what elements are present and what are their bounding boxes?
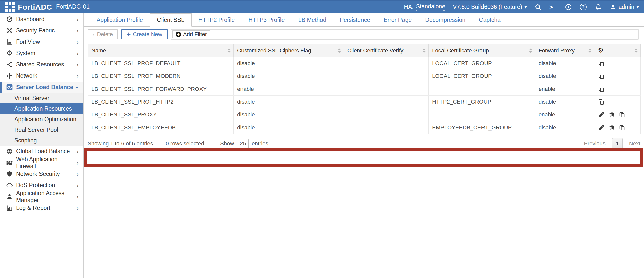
- copy-icon: [598, 99, 605, 105]
- caret-down-icon: ▾: [636, 5, 639, 9]
- tab-decompression[interactable]: Decompression: [418, 14, 472, 26]
- sidebar-item-web-application-firewall[interactable]: Web Application Firewall ›: [0, 157, 83, 168]
- delete-button[interactable]: Delete: [88, 29, 118, 39]
- delete-row-button[interactable]: [608, 111, 615, 118]
- clone-button[interactable]: [598, 73, 605, 80]
- search-button[interactable]: [534, 3, 542, 11]
- sidebar-subitem-application-resources[interactable]: Application Resources: [0, 103, 83, 114]
- table-footer: Showing 1 to 6 of 6 entries 0 rows selec…: [88, 138, 640, 149]
- fortiadc-app: FortiADC FortiADC-01 HA: Standalone V7.8…: [0, 0, 644, 278]
- column-header-name[interactable]: Name: [88, 44, 234, 57]
- sidebar-item-log-report[interactable]: Log & Report ›: [0, 202, 83, 214]
- version-dropdown[interactable]: V7.8.0 Build6036 (Feature) ▾: [453, 4, 527, 10]
- sort-icon[interactable]: [529, 48, 532, 53]
- chevron-right-icon: ›: [76, 16, 79, 23]
- cell-forward-proxy: enable: [535, 83, 594, 96]
- clone-button[interactable]: [598, 86, 605, 92]
- sidebar-item-label: DoS Protection: [16, 182, 55, 189]
- page-size-select[interactable]: 25: [237, 139, 249, 148]
- entries-label: entries: [252, 140, 268, 147]
- cli-console-button[interactable]: >_: [549, 3, 557, 11]
- delete-row-button[interactable]: [608, 124, 615, 131]
- clone-button[interactable]: [619, 124, 625, 131]
- cell-ciphers: enable: [234, 83, 344, 96]
- gear-icon: ⚙: [6, 50, 13, 57]
- sort-icon[interactable]: [422, 48, 426, 53]
- sidebar-item-shared-resources[interactable]: Shared Resources ›: [0, 59, 83, 70]
- sidebar-item-dashboard[interactable]: Dashboard ›: [0, 14, 83, 25]
- column-header-settings[interactable]: ⚙: [594, 44, 641, 57]
- firewall-icon: [6, 159, 13, 167]
- sidebar-item-security-fabric[interactable]: Security Fabric ›: [0, 25, 83, 36]
- tab-http3-profile[interactable]: HTTP3 Profile: [242, 14, 291, 26]
- add-filter-label: Add Filter: [183, 31, 207, 38]
- subitem-label: Application Optimization: [14, 116, 76, 123]
- caret-down-icon: ▾: [524, 5, 527, 9]
- next-page-button[interactable]: Next: [629, 140, 640, 147]
- notifications-button[interactable]: [595, 3, 602, 11]
- table-row[interactable]: LB_CLIENT_SSL_PROF_FORWARD_PROXY enable …: [88, 83, 641, 96]
- edit-button[interactable]: [598, 124, 605, 131]
- sidebar-item-network-security[interactable]: Network Security ›: [0, 168, 83, 180]
- cell-name: LB_CLIENT_SSL_PROF_DEFAULT: [88, 57, 234, 70]
- sort-icon[interactable]: [588, 48, 592, 53]
- sidebar-subitem-application-optimization[interactable]: Application Optimization: [0, 114, 83, 125]
- tab-persistence[interactable]: Persistence: [333, 14, 377, 26]
- edit-button[interactable]: [598, 111, 605, 118]
- clone-button[interactable]: [598, 60, 605, 67]
- gear-icon[interactable]: ⚙: [598, 47, 604, 54]
- tab-application-profile[interactable]: Application Profile: [90, 14, 150, 26]
- sidebar-item-dos-protection[interactable]: DoS Protection ›: [0, 180, 83, 191]
- cell-actions: [594, 96, 641, 108]
- table-row[interactable]: LB_CLIENT_SSL_PROF_HTTP2 disable HTTP2_C…: [88, 96, 641, 108]
- tab-lb-method[interactable]: LB Method: [292, 14, 333, 26]
- table-row[interactable]: LB_CLIENT_SSL_PROF_DEFAULT disable LOCAL…: [88, 57, 641, 70]
- column-header-local-cert-group[interactable]: Local Certificate Group: [429, 44, 535, 57]
- create-new-button[interactable]: + Create New: [121, 29, 168, 39]
- trash-icon: [609, 125, 615, 131]
- share-icon: [6, 61, 13, 68]
- sidebar-item-fortiview[interactable]: FortiView ›: [0, 36, 83, 48]
- sort-icon[interactable]: [227, 48, 231, 53]
- sidebar-item-global-load-balance[interactable]: Global Load Balance ›: [0, 146, 83, 157]
- filter-bar[interactable]: + Add Filter: [171, 29, 639, 40]
- tab-captcha[interactable]: Captcha: [472, 14, 507, 26]
- table-row[interactable]: LB_CLIENT_SSL_PROXY disable enable: [88, 108, 641, 121]
- cell-ciphers: disable: [234, 121, 344, 134]
- tab-client-ssl[interactable]: Client SSL: [150, 13, 192, 27]
- ha-value-link[interactable]: Standalone: [416, 3, 445, 11]
- clone-button[interactable]: [619, 111, 625, 118]
- cell-verify: [344, 108, 429, 121]
- sidebar-item-label: Log & Report: [16, 205, 50, 211]
- add-filter-button[interactable]: + Add Filter: [172, 30, 210, 38]
- cell-ciphers: disable: [234, 57, 344, 70]
- tab-error-page[interactable]: Error Page: [377, 14, 418, 26]
- sidebar-subitem-virtual-server[interactable]: Virtual Server: [0, 93, 83, 103]
- rows-selected-text: 0 rows selected: [166, 140, 204, 147]
- column-header-client-cert-verify[interactable]: Client Certificate Verify: [344, 44, 429, 57]
- sidebar-subitem-scripting[interactable]: Scripting: [0, 135, 83, 146]
- sidebar-item-server-load-balance[interactable]: Server Load Balance ›: [0, 82, 83, 93]
- cell-verify: [344, 96, 429, 108]
- sort-icon[interactable]: [634, 48, 638, 53]
- tab-http2-profile[interactable]: HTTP2 Profile: [192, 14, 242, 26]
- help-button[interactable]: ?: [580, 3, 587, 11]
- previous-page-button[interactable]: Previous: [584, 140, 606, 147]
- clone-button[interactable]: [598, 99, 605, 105]
- cell-actions: [594, 70, 641, 83]
- version-label: V7.8.0 Build6036 (Feature): [453, 4, 522, 10]
- table-row[interactable]: LB_CLIENT_SSL_PROF_MODERN disable LOCAL_…: [88, 70, 641, 83]
- column-header-forward-proxy[interactable]: Forward Proxy: [535, 44, 594, 57]
- collapse-nav-button[interactable]: [565, 3, 572, 11]
- sidebar-item-application-access-manager[interactable]: Application Access Manager ›: [0, 191, 83, 202]
- sidebar-subitem-real-server-pool[interactable]: Real Server Pool: [0, 125, 83, 135]
- admin-menu[interactable]: admin ▾: [610, 4, 639, 10]
- current-page-button[interactable]: 1: [612, 138, 623, 149]
- sort-icon[interactable]: [338, 48, 341, 53]
- person-icon: [6, 193, 13, 201]
- sidebar-item-system[interactable]: ⚙ System ›: [0, 48, 83, 59]
- hostname-dropdown[interactable]: FortiADC-01: [56, 3, 90, 11]
- column-header-ciphers-flag[interactable]: Customized SSL Ciphers Flag: [234, 44, 344, 57]
- table-row-highlighted[interactable]: LB_CLIENT_SSL_EMPLOYEEDB disable EMPLOYE…: [88, 121, 641, 134]
- sidebar-item-network[interactable]: Network ›: [0, 70, 83, 82]
